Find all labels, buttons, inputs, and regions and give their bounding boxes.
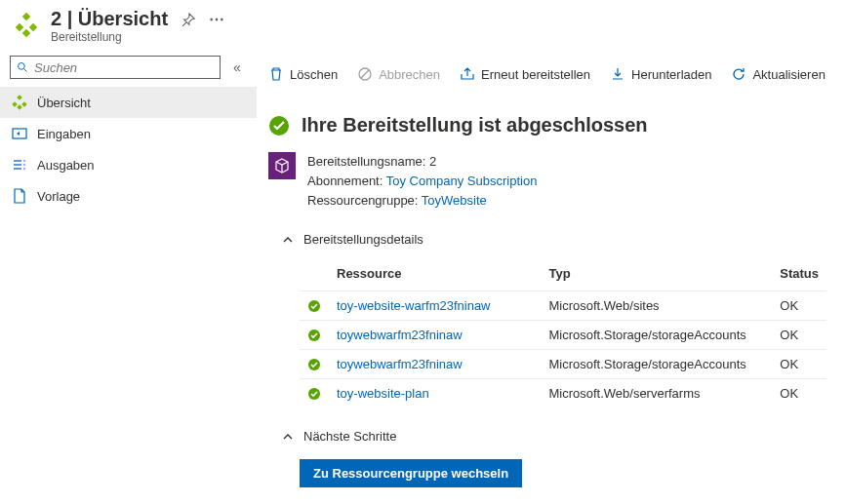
table-row: toywebwarfm23fninawMicrosoft.Storage/sto… — [300, 321, 826, 350]
resource-link[interactable]: toy-website-warfm23fninaw — [337, 298, 491, 313]
search-icon — [17, 61, 28, 73]
meta-sub-label: Abonnement: — [307, 174, 383, 188]
redeploy-icon — [460, 66, 475, 82]
svg-rect-0 — [22, 13, 30, 20]
sidebar-item-label: Ausgaben — [37, 158, 95, 173]
deployment-icon — [12, 11, 41, 40]
svg-point-14 — [23, 160, 25, 162]
page-header: 2 | Übersicht ⋯ Bereitstellung — [0, 0, 846, 54]
resource-status: OK — [772, 379, 826, 408]
sidebar-item-label: Übersicht — [37, 96, 91, 110]
svg-rect-8 — [21, 101, 27, 107]
overview-icon — [12, 95, 27, 110]
resource-type: Microsoft.Web/sites — [541, 291, 772, 321]
resourcegroup-link[interactable]: ToyWebsite — [422, 193, 487, 208]
svg-rect-2 — [29, 23, 37, 31]
subscription-link[interactable]: Toy Company Subscription — [386, 174, 538, 188]
delete-icon — [268, 66, 284, 82]
svg-point-15 — [23, 164, 25, 166]
page-title: 2 | Übersicht — [51, 8, 168, 30]
download-button[interactable]: Herunterladen — [610, 66, 711, 82]
deployment-cube-icon — [268, 152, 296, 179]
details-header: Bereitstellungsdetails — [303, 232, 423, 247]
resources-table: Ressource Typ Status toy-website-warfm23… — [300, 260, 826, 407]
resource-type: Microsoft.Storage/storageAccounts — [541, 321, 772, 350]
success-icon — [268, 115, 290, 136]
svg-rect-9 — [17, 104, 22, 110]
resource-link[interactable]: toy-website-plan — [337, 386, 429, 401]
resource-link[interactable]: toywebwarfm23fninaw — [337, 328, 463, 342]
nextsteps-toggle[interactable]: Nächste Schritte — [268, 429, 826, 444]
outputs-icon — [12, 157, 27, 173]
col-resource: Ressource — [329, 260, 541, 291]
resource-type: Microsoft.Web/serverfarms — [541, 379, 772, 408]
pin-icon[interactable] — [181, 13, 195, 26]
resource-type: Microsoft.Storage/storageAccounts — [541, 350, 772, 379]
toolbar-label: Abbrechen — [379, 67, 440, 82]
col-type: Typ — [541, 260, 772, 291]
meta-name-value: 2 — [429, 154, 436, 169]
resource-status: OK — [772, 321, 826, 350]
ok-icon — [307, 358, 321, 371]
svg-rect-6 — [17, 95, 22, 100]
resource-status: OK — [772, 350, 826, 379]
toolbar-label: Erneut bereitstellen — [481, 67, 590, 82]
ok-icon — [307, 387, 321, 401]
goto-resourcegroup-button[interactable]: Zu Ressourcengruppe wechseln — [300, 459, 522, 487]
svg-rect-7 — [12, 101, 18, 107]
toolbar-label: Löschen — [290, 67, 338, 82]
inputs-icon — [12, 126, 27, 141]
resource-link[interactable]: toywebwarfm23fninaw — [337, 357, 463, 371]
redeploy-button[interactable]: Erneut bereitstellen — [460, 66, 590, 82]
resource-status: OK — [772, 291, 826, 321]
download-icon — [610, 66, 625, 82]
ok-icon — [307, 299, 321, 313]
svg-line-18 — [361, 70, 369, 78]
collapse-sidebar-button[interactable]: « — [227, 59, 247, 75]
table-row: toywebwarfm23fninawMicrosoft.Storage/sto… — [300, 350, 826, 379]
sidebar-item-template[interactable]: Vorlage — [0, 180, 257, 212]
sidebar-item-label: Vorlage — [37, 189, 80, 204]
svg-point-4 — [19, 63, 25, 70]
toolbar-label: Herunterladen — [631, 67, 711, 82]
delete-button[interactable]: Löschen — [268, 66, 338, 82]
cancel-icon — [357, 66, 373, 82]
meta-name-label: Bereitstellungsname: — [307, 154, 425, 169]
refresh-button[interactable]: Aktualisieren — [731, 66, 825, 82]
svg-rect-1 — [16, 23, 23, 31]
table-row: toy-website-warfm23fninawMicrosoft.Web/s… — [300, 291, 826, 321]
ok-icon — [307, 329, 321, 342]
chevron-up-icon — [282, 234, 294, 246]
toolbar: Löschen Abbrechen Erneut bereitstellen — [268, 54, 826, 93]
nextsteps-header: Nächste Schritte — [303, 429, 396, 444]
toolbar-label: Aktualisieren — [752, 67, 825, 82]
svg-line-5 — [24, 69, 27, 72]
refresh-icon — [731, 66, 746, 82]
more-icon[interactable]: ⋯ — [209, 10, 225, 28]
svg-point-16 — [23, 168, 25, 170]
meta-rg-label: Ressourcengruppe: — [307, 193, 418, 208]
search-input-wrapper[interactable] — [10, 56, 221, 79]
sidebar-item-overview[interactable]: Übersicht — [0, 87, 257, 118]
template-icon — [12, 188, 27, 204]
sidebar-item-label: Eingaben — [37, 127, 91, 141]
sidebar-item-outputs[interactable]: Ausgaben — [0, 149, 257, 180]
search-input[interactable] — [34, 60, 214, 75]
table-row: toy-website-planMicrosoft.Web/serverfarm… — [300, 379, 826, 408]
page-subtitle: Bereitstellung — [51, 30, 834, 44]
col-status: Status — [772, 260, 826, 291]
sidebar: « Übersicht Eingaben — [0, 54, 257, 504]
cancel-button: Abbrechen — [357, 66, 440, 82]
main-content: Löschen Abbrechen Erneut bereitstellen — [257, 54, 846, 504]
chevron-up-icon — [282, 431, 294, 443]
svg-rect-3 — [22, 29, 30, 37]
details-toggle[interactable]: Bereitstellungsdetails — [268, 232, 826, 247]
sidebar-item-inputs[interactable]: Eingaben — [0, 118, 257, 149]
status-title: Ihre Bereitstellung ist abgeschlossen — [302, 114, 648, 136]
